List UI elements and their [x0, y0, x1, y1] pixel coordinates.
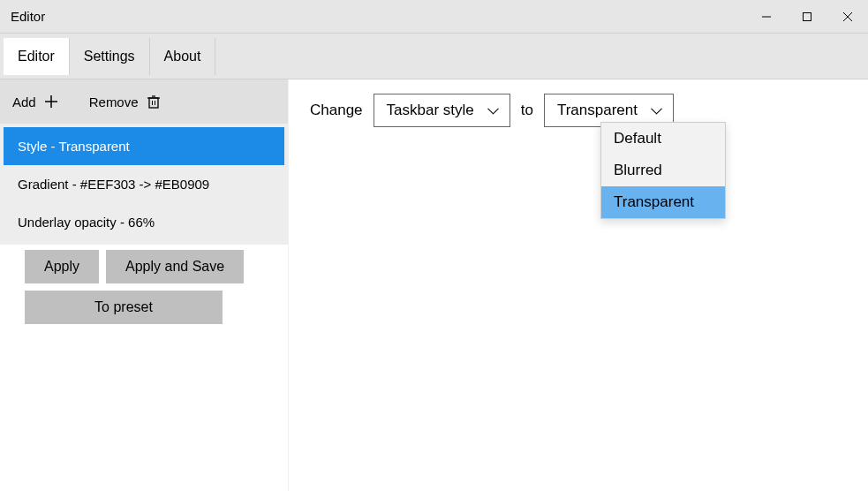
remove-label: Remove — [89, 94, 139, 110]
rules-list: Style - Transparent Gradient - #EEF303 -… — [0, 124, 288, 245]
tab-editor[interactable]: Editor — [4, 38, 70, 75]
rule-item-1[interactable]: Gradient - #EEF303 -> #EB0909 — [4, 165, 284, 203]
minimize-button[interactable] — [746, 0, 787, 33]
option-default[interactable]: Default — [601, 123, 725, 155]
to-preset-button[interactable]: To preset — [25, 291, 223, 324]
apply-button[interactable]: Apply — [25, 250, 99, 283]
property-select[interactable]: Taskbar style — [374, 94, 510, 127]
to-label: to — [521, 102, 533, 119]
tabs-row: Editor Settings About — [0, 34, 868, 79]
remove-button[interactable]: Remove — [89, 94, 162, 110]
buttons-area: Apply Apply and Save To preset — [0, 245, 288, 324]
sidebar-toolbar: Add Remove — [0, 79, 288, 124]
value-select-value: Transparent — [557, 102, 638, 118]
rule-item-2[interactable]: Underlay opacity - 66% — [4, 203, 284, 241]
option-transparent[interactable]: Transparent — [601, 186, 725, 218]
option-blurred[interactable]: Blurred — [601, 155, 725, 186]
add-label: Add — [12, 94, 36, 110]
change-row: Change Taskbar style to Transparent — [310, 94, 847, 127]
tab-about[interactable]: About — [150, 38, 216, 75]
maximize-icon — [802, 11, 812, 22]
add-button[interactable]: Add — [12, 94, 59, 110]
apply-save-button[interactable]: Apply and Save — [106, 250, 244, 283]
close-button[interactable] — [827, 0, 868, 33]
rule-item-0[interactable]: Style - Transparent — [4, 127, 284, 165]
window-title: Editor — [11, 9, 45, 24]
svg-rect-6 — [149, 98, 158, 108]
value-dropdown: Default Blurred Transparent — [600, 122, 726, 219]
property-select-value: Taskbar style — [387, 102, 474, 118]
tab-settings[interactable]: Settings — [70, 38, 150, 75]
minimize-icon — [761, 11, 772, 22]
maximize-button[interactable] — [787, 0, 827, 33]
titlebar: Editor — [0, 0, 868, 34]
change-label: Change — [310, 102, 363, 119]
window-controls — [746, 0, 868, 33]
content-panel: Change Taskbar style to Transparent Defa… — [289, 79, 868, 491]
main-area: Add Remove Style - Transparent Gradient … — [0, 79, 868, 491]
close-icon — [842, 11, 853, 22]
plus-icon — [43, 94, 59, 110]
trash-icon — [146, 94, 162, 110]
svg-rect-1 — [804, 12, 811, 20]
sidebar: Add Remove Style - Transparent Gradient … — [0, 79, 289, 491]
